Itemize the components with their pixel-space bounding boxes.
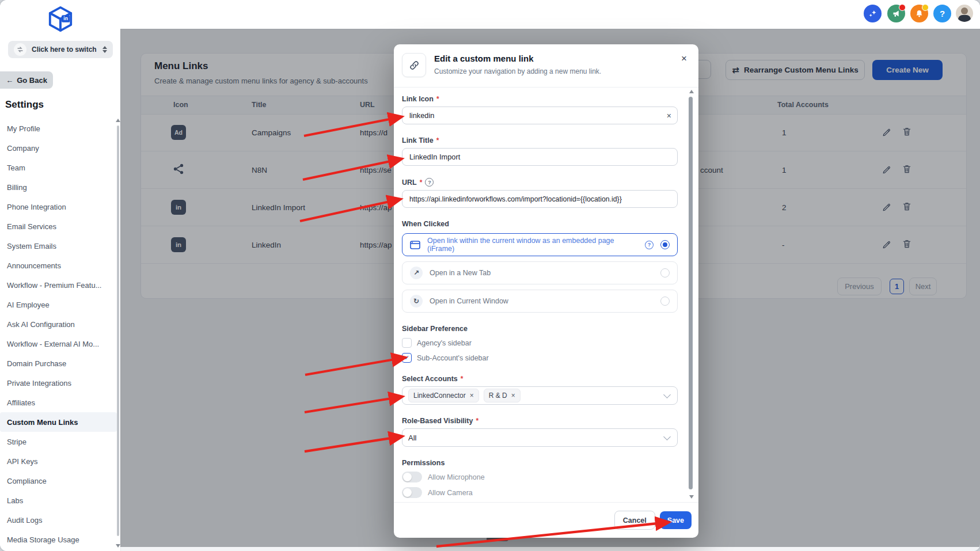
back-arrow-icon: ← bbox=[6, 76, 13, 85]
agency-sidebar-checkbox-row[interactable]: Agency's sidebar bbox=[402, 338, 678, 348]
microphone-toggle[interactable] bbox=[402, 472, 422, 482]
modal-title: Edit a custom menu link bbox=[434, 54, 534, 63]
sidebar-item-custom-menu-links[interactable]: Custom Menu Links bbox=[0, 412, 117, 432]
modal-header: Edit a custom menu link Customize your n… bbox=[394, 44, 698, 88]
url-label: URL* ? bbox=[402, 178, 678, 187]
settings-heading: Settings bbox=[5, 99, 44, 111]
megaphone-icon bbox=[892, 9, 901, 18]
close-icon[interactable]: × bbox=[678, 52, 690, 65]
sidebar-item-ask-ai-configuration[interactable]: Ask AI Configuration bbox=[0, 314, 117, 334]
scroll-down-icon bbox=[689, 495, 694, 499]
sidebar-item-private-integrations[interactable]: Private Integrations bbox=[0, 373, 117, 393]
link-icon bbox=[402, 53, 426, 77]
link-icon-label: Link Icon* bbox=[402, 95, 678, 103]
sidebar-item-ai-employee[interactable]: AI Employee bbox=[0, 295, 117, 314]
browser-window-icon bbox=[410, 241, 420, 249]
link-title-label: Link Title* bbox=[402, 136, 678, 145]
option-open-new-tab[interactable]: ↗ Open in a New Tab bbox=[402, 261, 678, 284]
scroll-up-icon bbox=[689, 90, 694, 93]
go-back-button[interactable]: ← Go Back bbox=[0, 71, 53, 89]
app-window: in Click here to switch ← Go Back Settin… bbox=[0, 0, 980, 551]
sidebar-item-labs[interactable]: Labs bbox=[0, 491, 117, 510]
sidebar-item-phone-integration[interactable]: Phone Integration bbox=[0, 197, 117, 216]
sidebar-item-audit-logs[interactable]: Audit Logs bbox=[0, 510, 117, 530]
checkbox-checked[interactable]: ✓ bbox=[402, 353, 412, 363]
announcements-button[interactable] bbox=[887, 5, 905, 22]
help-circle-icon: ? bbox=[425, 178, 434, 187]
chevron-up-down-icon bbox=[102, 46, 107, 53]
ai-sparkles-button[interactable] bbox=[864, 5, 882, 22]
svg-text:in: in bbox=[63, 16, 68, 21]
role-visibility-label: Role-Based Visibility* bbox=[402, 417, 678, 425]
modal-subtitle: Customize your navigation by adding a ne… bbox=[434, 67, 601, 75]
sidebar-item-workflow-external-ai[interactable]: Workflow - External AI Mo... bbox=[0, 334, 117, 354]
sidebar-item-announcements[interactable]: Announcements bbox=[0, 256, 117, 275]
link-title-field[interactable]: LinkedIn Import bbox=[402, 148, 678, 166]
sidebar-item-billing[interactable]: Billing bbox=[0, 177, 117, 197]
user-avatar[interactable] bbox=[956, 5, 973, 22]
edit-menu-link-modal: Edit a custom menu link Customize your n… bbox=[394, 44, 698, 538]
new-tab-icon: ↗ bbox=[410, 267, 423, 279]
role-visibility-select[interactable]: All bbox=[402, 428, 678, 447]
switcher-label: Click here to switch bbox=[32, 45, 102, 54]
chevron-down-icon bbox=[663, 433, 671, 440]
help-button[interactable]: ? bbox=[933, 5, 951, 22]
sidebar-item-company[interactable]: Company bbox=[0, 138, 117, 158]
clear-icon[interactable]: × bbox=[667, 111, 671, 120]
sidebar-item-email-services[interactable]: Email Services bbox=[0, 216, 117, 236]
scroll-up-icon bbox=[116, 119, 120, 122]
brand-cube-logo: in bbox=[47, 6, 74, 32]
sub-account-sidebar-checkbox-row[interactable]: ✓ Sub-Account's sidebar bbox=[402, 353, 678, 363]
chevron-down-icon bbox=[663, 391, 671, 398]
allow-camera-row: Allow Camera bbox=[402, 487, 678, 498]
sidebar-item-api-keys[interactable]: API Keys bbox=[0, 451, 117, 471]
scroll-down-icon bbox=[116, 544, 120, 548]
topbar: ? bbox=[120, 0, 980, 29]
sidebar-item-domain-purchase[interactable]: Domain Purchase bbox=[0, 354, 117, 373]
modal-footer: Cancel Save bbox=[394, 502, 698, 538]
remove-tag-icon[interactable]: × bbox=[511, 392, 515, 400]
notification-badge-red bbox=[899, 4, 906, 11]
permissions-label: Permissions bbox=[402, 459, 678, 467]
sidebar-item-media-storage-usage[interactable]: Media Storage Usage bbox=[0, 530, 117, 549]
modal-scrollbar[interactable] bbox=[689, 90, 693, 499]
account-tag: R & D × bbox=[484, 389, 521, 402]
url-field[interactable]: https://api.linkedinforworkflows.com/imp… bbox=[402, 190, 678, 208]
sidebar-item-workflow-premium[interactable]: Workflow - Premium Featu... bbox=[0, 275, 117, 295]
radio-selected[interactable] bbox=[660, 240, 670, 249]
sidebar-item-system-emails[interactable]: System Emails bbox=[0, 236, 117, 256]
select-accounts-field[interactable]: LinkedConnector × R & D × bbox=[402, 386, 678, 405]
when-clicked-label: When Clicked bbox=[402, 220, 678, 228]
modal-body: Link Icon* linkedin × Link Title* Linked… bbox=[394, 88, 698, 502]
account-tag: LinkedConnector × bbox=[408, 389, 479, 402]
save-button[interactable]: Save bbox=[660, 511, 692, 529]
radio-unselected[interactable] bbox=[660, 268, 670, 278]
cancel-button[interactable]: Cancel bbox=[614, 511, 655, 530]
sidebar-item-stripe[interactable]: Stripe bbox=[0, 432, 117, 451]
notifications-button[interactable] bbox=[910, 5, 928, 22]
select-accounts-label: Select Accounts* bbox=[402, 375, 678, 383]
link-icon-field[interactable]: linkedin × bbox=[402, 107, 678, 124]
sidebar-item-team[interactable]: Team bbox=[0, 158, 117, 177]
sidebar-preference-label: Sidebar Preference bbox=[402, 325, 678, 333]
notification-badge-yellow bbox=[922, 4, 929, 11]
sidebar-item-compliance[interactable]: Compliance bbox=[0, 471, 117, 491]
radio-unselected[interactable] bbox=[660, 297, 670, 306]
allow-microphone-row: Allow Microphone bbox=[402, 472, 678, 482]
bell-icon bbox=[915, 9, 924, 18]
help-circle-icon: ? bbox=[645, 241, 654, 249]
sidebar-item-affiliates[interactable]: Affiliates bbox=[0, 393, 117, 412]
account-switcher[interactable]: Click here to switch bbox=[8, 41, 113, 58]
option-open-current-window[interactable]: ↻ Open in Current Window bbox=[402, 290, 678, 313]
camera-toggle[interactable] bbox=[402, 487, 422, 498]
option-open-iframe[interactable]: Open link within the current window as a… bbox=[402, 233, 678, 256]
sidebar-item-my-profile[interactable]: My Profile bbox=[0, 119, 117, 138]
settings-sidebar: in Click here to switch ← Go Back Settin… bbox=[0, 0, 121, 551]
refresh-icon: ↻ bbox=[410, 295, 423, 307]
switch-account-icon bbox=[14, 43, 26, 56]
remove-tag-icon[interactable]: × bbox=[470, 392, 474, 400]
sidebar-scrollbar[interactable] bbox=[116, 119, 120, 548]
question-icon: ? bbox=[940, 9, 945, 18]
checkbox-unchecked[interactable] bbox=[402, 338, 412, 348]
settings-nav: My Profile Company Team Billing Phone In… bbox=[0, 119, 117, 549]
